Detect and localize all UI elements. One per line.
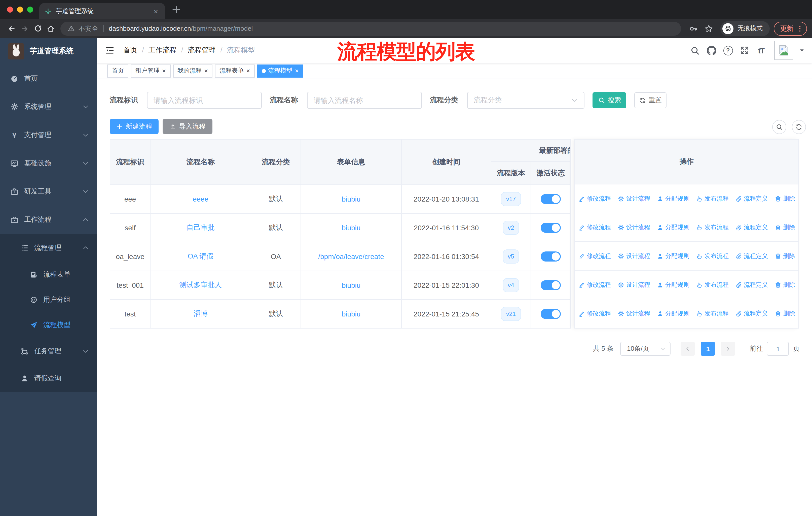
toggle-search-button[interactable]	[772, 120, 786, 134]
sidebar-item-process-model[interactable]: 流程模型	[0, 313, 97, 337]
sidebar-item-system[interactable]: 系统管理	[0, 93, 97, 121]
forward-button[interactable]	[18, 22, 31, 35]
publish-process-link[interactable]: 发布流程	[696, 280, 729, 289]
assign-rule-link[interactable]: 分配规则	[657, 194, 689, 203]
active-toggle[interactable]	[541, 194, 561, 204]
process-name-link[interactable]: 测试多审批人	[179, 281, 222, 289]
prev-page-button[interactable]	[681, 342, 695, 356]
design-process-link[interactable]: 设计流程	[617, 309, 650, 318]
process-name-field[interactable]	[307, 92, 422, 109]
current-page-button[interactable]: 1	[701, 342, 715, 356]
sidebar-item-payment[interactable]: 支付管理	[0, 121, 97, 149]
form-info-link[interactable]: biubiu	[342, 310, 361, 318]
new-tab-button[interactable]	[171, 4, 181, 15]
search-icon[interactable]	[689, 45, 700, 56]
form-info-link[interactable]: /bpm/oa/leave/create	[318, 252, 384, 261]
search-button[interactable]: 搜索	[592, 92, 626, 108]
breadcrumb-home[interactable]: 首页	[123, 46, 144, 55]
process-definition-link[interactable]: 流程定义	[735, 252, 768, 260]
font-size-icon[interactable]	[756, 45, 767, 56]
active-toggle[interactable]	[541, 280, 561, 290]
sidebar-item-workflow[interactable]: 工作流程	[0, 206, 97, 234]
assign-rule-link[interactable]: 分配规则	[657, 252, 689, 260]
version-badge[interactable]: v2	[503, 221, 519, 235]
sidebar-item-infrastructure[interactable]: 基础设施	[0, 149, 97, 178]
bookmark-star-icon[interactable]	[703, 22, 715, 34]
reset-button[interactable]: 重置	[634, 92, 667, 108]
create-process-button[interactable]: 新建流程	[110, 119, 158, 134]
close-window-button[interactable]	[7, 6, 13, 12]
browser-tab[interactable]: 芋道管理系统	[39, 3, 165, 19]
assign-rule-link[interactable]: 分配规则	[657, 280, 689, 289]
delete-process-link[interactable]: 删除	[775, 252, 795, 260]
tag-my-process[interactable]: 我的流程	[173, 64, 212, 77]
tag-process-model[interactable]: 流程模型	[257, 64, 303, 77]
back-button[interactable]	[5, 22, 18, 35]
caret-down-icon[interactable]	[799, 47, 805, 53]
update-browser-button[interactable]: 更新	[774, 21, 807, 35]
next-page-button[interactable]	[721, 342, 735, 356]
version-badge[interactable]: v5	[503, 249, 519, 264]
tag-home[interactable]: 首页	[107, 64, 128, 77]
zoom-window-button[interactable]	[27, 6, 33, 12]
edit-process-link[interactable]: 修改流程	[578, 194, 611, 203]
process-name-link[interactable]: OA 请假	[188, 252, 214, 260]
form-info-link[interactable]: biubiu	[342, 281, 361, 289]
process-name-link[interactable]: 滔博	[194, 309, 208, 318]
process-definition-link[interactable]: 流程定义	[735, 194, 768, 203]
publish-process-link[interactable]: 发布流程	[696, 309, 729, 318]
edit-process-link[interactable]: 修改流程	[578, 309, 611, 318]
assign-rule-link[interactable]: 分配规则	[657, 223, 689, 232]
breadcrumb-workflow[interactable]: 工作流程	[148, 46, 183, 55]
page-size-select[interactable]: 10条/页	[620, 342, 671, 356]
fullscreen-icon[interactable]	[739, 45, 750, 56]
minimize-window-button[interactable]	[17, 6, 23, 12]
tag-close-icon[interactable]	[295, 67, 299, 74]
active-toggle[interactable]	[541, 223, 561, 233]
breadcrumb-process-management[interactable]: 流程管理	[188, 46, 223, 55]
form-info-link[interactable]: biubiu	[342, 195, 361, 203]
process-definition-link[interactable]: 流程定义	[735, 280, 768, 289]
process-name-link[interactable]: eeee	[193, 195, 208, 203]
publish-process-link[interactable]: 发布流程	[696, 223, 729, 232]
edit-process-link[interactable]: 修改流程	[578, 223, 611, 232]
browser-menu-dots-icon[interactable]	[796, 24, 804, 32]
refresh-table-button[interactable]	[792, 120, 806, 134]
delete-process-link[interactable]: 删除	[775, 223, 795, 232]
goto-page-input[interactable]	[767, 342, 789, 356]
process-id-input[interactable]	[153, 96, 255, 104]
tag-close-icon[interactable]	[204, 67, 208, 74]
sidebar-item-task-management[interactable]: 任务管理	[0, 337, 97, 365]
design-process-link[interactable]: 设计流程	[617, 194, 650, 203]
publish-process-link[interactable]: 发布流程	[696, 194, 729, 203]
version-badge[interactable]: v4	[503, 278, 519, 292]
edit-process-link[interactable]: 修改流程	[578, 252, 611, 260]
tag-close-icon[interactable]	[162, 67, 166, 74]
sidebar-item-dev-tools[interactable]: 研发工具	[0, 178, 97, 206]
reload-button[interactable]	[31, 22, 44, 35]
process-definition-link[interactable]: 流程定义	[735, 223, 768, 232]
tag-close-icon[interactable]	[246, 67, 250, 74]
sidebar-fold-button[interactable]	[97, 38, 123, 63]
sidebar-item-process-management[interactable]: 流程管理	[0, 234, 97, 262]
publish-process-link[interactable]: 发布流程	[696, 252, 729, 260]
edit-process-link[interactable]: 修改流程	[578, 280, 611, 289]
design-process-link[interactable]: 设计流程	[617, 280, 650, 289]
delete-process-link[interactable]: 删除	[775, 194, 795, 203]
delete-process-link[interactable]: 删除	[775, 309, 795, 318]
process-definition-link[interactable]: 流程定义	[735, 309, 768, 318]
process-id-field[interactable]	[147, 92, 262, 109]
delete-process-link[interactable]: 删除	[775, 280, 795, 289]
active-toggle[interactable]	[541, 309, 561, 319]
tag-tenant[interactable]: 租户管理	[131, 64, 170, 77]
version-badge[interactable]: v17	[501, 192, 521, 206]
import-process-button[interactable]: 导入流程	[163, 119, 212, 134]
password-key-icon[interactable]	[688, 22, 700, 34]
process-name-input[interactable]	[314, 96, 415, 104]
design-process-link[interactable]: 设计流程	[617, 252, 650, 260]
github-icon[interactable]	[706, 45, 717, 56]
version-badge[interactable]: v21	[501, 307, 521, 321]
sidebar-item-home[interactable]: 首页	[0, 64, 97, 93]
active-toggle[interactable]	[541, 251, 561, 262]
process-category-select[interactable]: 流程分类	[467, 92, 584, 109]
